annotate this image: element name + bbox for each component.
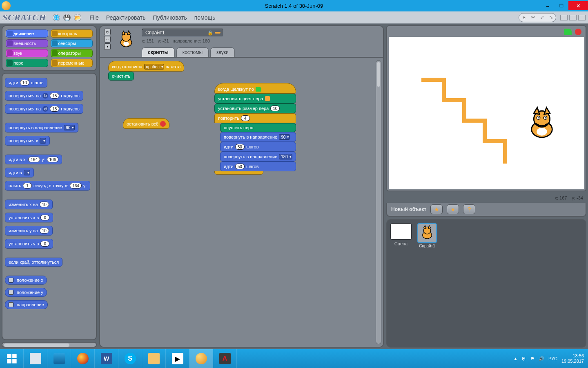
block-arg[interactable]: 0	[40, 215, 49, 220]
block-set-y[interactable]: установить y в 0	[5, 239, 53, 249]
taskbar-scratch-icon[interactable]	[189, 349, 213, 368]
block-dropdown[interactable]: 90	[279, 134, 290, 140]
block-turn-ccw[interactable]: повернуться на ↺ 15 градусов	[5, 104, 83, 114]
open-icon[interactable]: 📂	[74, 14, 81, 21]
sprite-name-field[interactable]: Спрайт1 🔒	[142, 29, 223, 37]
menu-edit[interactable]: Редактировать	[106, 14, 146, 21]
block-dropdown[interactable]	[40, 138, 46, 144]
taskbar-explorer-icon[interactable]	[142, 349, 166, 368]
hat-when-key-pressed[interactable]: когда клавиша пробел нажата	[108, 61, 184, 72]
green-flag-button[interactable]	[564, 29, 572, 35]
block-move-steps[interactable]: идти 50 шагов	[220, 142, 296, 152]
tab-sounds[interactable]: звуки	[210, 47, 235, 57]
window-maximize-button[interactable]	[555, 1, 568, 10]
category-операторы[interactable]: операторы	[51, 49, 93, 57]
block-dropdown[interactable]	[24, 170, 30, 175]
random-sprite-button[interactable]	[463, 204, 475, 214]
block-repeat[interactable]: повторить 4	[214, 113, 296, 123]
choose-sprite-from-file-button[interactable]	[447, 204, 459, 214]
taskbar-firefox-icon[interactable]	[71, 349, 95, 368]
block-glide[interactable]: плыть 1 секунд в точку x: 164 y:	[5, 181, 90, 191]
block-turn-cw[interactable]: повернуться на ↻ 15 градусов	[5, 91, 83, 101]
reporter-checkbox[interactable]	[9, 290, 13, 295]
view-small-icon[interactable]	[560, 15, 568, 20]
pointer-mode-icon[interactable]: 🖱	[521, 14, 527, 21]
stage-thumbnail[interactable]	[390, 223, 412, 240]
block-point-direction[interactable]: повернуть в направление 90	[5, 123, 78, 132]
block-arg[interactable]: 15	[50, 106, 59, 112]
hat-when-flag-clicked[interactable]: когда щелкнут по	[214, 83, 296, 94]
stage[interactable]	[389, 37, 584, 189]
category-движение[interactable]: движение	[6, 29, 48, 38]
color-chip[interactable]	[265, 96, 270, 101]
block-arg[interactable]: 106	[47, 157, 59, 162]
script-stack[interactable]: когда клавиша пробел нажата очистить	[108, 61, 184, 81]
category-переменные[interactable]: переменные	[51, 59, 93, 67]
block-dropdown[interactable]: 90	[64, 125, 75, 130]
block-stop-all[interactable]: остановить всё	[123, 118, 169, 129]
save-icon[interactable]: 💾	[63, 14, 71, 21]
block-arg[interactable]: 4	[241, 115, 250, 121]
lock-icon[interactable]: 🔒	[207, 30, 213, 36]
block-dropdown[interactable]: 180	[279, 154, 292, 159]
block-arg[interactable]: 10	[40, 228, 49, 233]
view-normal-icon[interactable]	[569, 15, 577, 20]
rotate-leftright-button[interactable]: ↔	[104, 36, 111, 43]
block-goto[interactable]: идти в	[5, 168, 34, 177]
reporter-y-position[interactable]: положение y	[5, 288, 47, 297]
duplicate-mode-icon[interactable]: ✂	[530, 14, 536, 21]
tab-scripts[interactable]: скрипты	[142, 47, 175, 57]
category-контроль[interactable]: контроль	[51, 29, 93, 38]
menu-help[interactable]: помощь	[194, 14, 216, 21]
block-arg[interactable]: 1	[23, 183, 32, 188]
grow-mode-icon[interactable]: ⤢	[539, 14, 545, 21]
rotate-none-button[interactable]: •	[104, 43, 111, 50]
sprite-tile[interactable]: Спрайт1	[416, 223, 439, 248]
block-goto-xy[interactable]: идти в x: 164 y: 106	[5, 155, 62, 164]
block-arg[interactable]: 164	[70, 183, 82, 188]
window-close-button[interactable]	[568, 1, 588, 10]
rotate-free-button[interactable]: ⟳	[104, 29, 111, 35]
block-pen-down[interactable]: опустить перо	[220, 123, 296, 132]
scripts-canvas[interactable]: когда клавиша пробел нажата очистить ост…	[99, 58, 384, 348]
block-point-towards[interactable]: повернуться к	[5, 136, 50, 146]
block-clear-pen[interactable]: очистить	[108, 72, 134, 81]
palette-scrollbar[interactable]	[2, 342, 97, 348]
taskbar-calculator-icon[interactable]	[24, 349, 47, 368]
sprite-on-stage[interactable]	[523, 106, 560, 143]
paint-new-sprite-button[interactable]	[430, 204, 443, 214]
tray-chevron-up-icon[interactable]: ▲	[513, 356, 518, 361]
taskbar-skype-icon[interactable]: S	[118, 349, 142, 368]
cursor-mode-toggle[interactable]: 🖱 ✂ ⤢ ⤡	[519, 13, 556, 22]
block-change-x[interactable]: изменить x на 10	[5, 200, 53, 209]
reporter-x-position[interactable]: положение x	[5, 276, 47, 285]
block-set-pen-color[interactable]: установить цвет пера	[214, 94, 296, 103]
category-сенсоры[interactable]: сенсоры	[51, 39, 93, 47]
tab-costumes[interactable]: костюмы	[176, 47, 209, 57]
tray-sound-icon[interactable]: 🔊	[539, 356, 544, 361]
block-arg[interactable]: 15	[50, 93, 59, 99]
block-arg[interactable]: 10	[270, 105, 280, 111]
stop-button[interactable]	[575, 29, 581, 35]
system-tray[interactable]: ▲ ⛨ ⚑ 🔊 РУС 13:56 19.05.2017	[509, 349, 588, 368]
reporter-checkbox[interactable]	[9, 302, 13, 307]
tray-lang[interactable]: РУС	[548, 356, 557, 361]
menu-publish[interactable]: Публиковать	[153, 14, 187, 21]
scripts-scrollbar[interactable]	[376, 60, 381, 344]
globe-icon[interactable]: 🌐	[53, 14, 60, 21]
tray-shield-icon[interactable]: ⛨	[522, 356, 526, 361]
block-arg[interactable]: 10	[40, 202, 49, 207]
start-button[interactable]	[0, 349, 24, 368]
block-arg[interactable]: 164	[28, 157, 40, 162]
window-minimize-button[interactable]	[541, 1, 555, 10]
script-stack[interactable]: остановить всё	[123, 118, 169, 129]
block-dropdown[interactable]: пробел	[144, 64, 164, 70]
reporter-checkbox[interactable]	[9, 278, 13, 283]
script-stack[interactable]: когда щелкнут по установить цвет пера ус…	[214, 83, 296, 175]
block-move-steps[interactable]: идти 50 шагов	[220, 162, 296, 171]
menu-file[interactable]: File	[89, 14, 99, 21]
block-point-direction[interactable]: повернуть в направление 180	[220, 152, 296, 162]
block-arg[interactable]: 0	[40, 241, 49, 247]
tray-clock[interactable]: 13:56 19.05.2017	[561, 353, 584, 364]
category-перо[interactable]: перо	[6, 59, 48, 67]
